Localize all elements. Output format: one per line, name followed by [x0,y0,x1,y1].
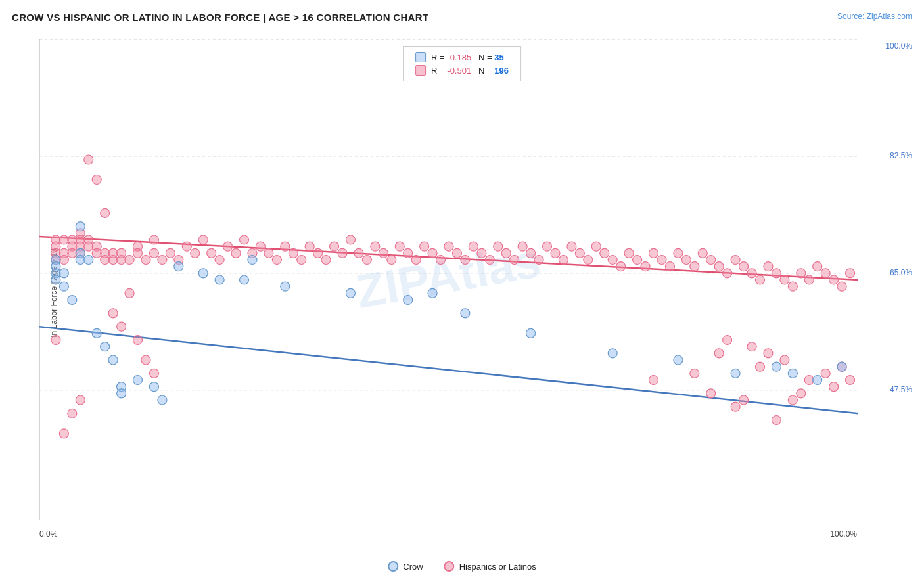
svg-point-152 [714,349,724,358]
svg-point-143 [821,369,830,378]
svg-point-43 [191,248,200,258]
svg-point-122 [837,282,846,291]
svg-point-185 [526,328,536,338]
svg-point-92 [591,242,601,251]
svg-point-90 [575,248,584,258]
svg-point-153 [747,342,756,351]
svg-point-151 [723,336,732,345]
svg-point-102 [674,248,683,258]
chart-container: CROW VS HISPANIC OR LATINO IN LABOR FORC… [0,0,924,586]
svg-point-60 [330,242,339,251]
svg-point-75 [452,248,461,258]
svg-point-61 [338,248,347,258]
svg-point-42 [182,242,191,251]
svg-point-69 [404,248,413,258]
svg-point-106 [706,256,716,265]
source-label: Source: ZipAtlas.com [837,12,912,21]
legend-pink-r: R = -0.501 N = 196 [431,66,509,76]
svg-point-137 [690,369,699,378]
svg-point-115 [780,275,789,284]
svg-point-57 [305,242,314,251]
svg-point-141 [797,389,806,398]
svg-point-107 [714,262,724,271]
svg-point-54 [281,242,290,251]
svg-point-161 [59,282,68,291]
svg-point-110 [739,262,749,271]
svg-point-182 [404,296,413,305]
svg-point-160 [59,269,68,278]
svg-point-104 [690,262,699,271]
svg-point-91 [584,256,593,265]
legend-row-blue: R = -0.185 N = 35 [415,52,509,62]
svg-point-162 [68,296,77,305]
svg-point-86 [543,242,552,251]
svg-point-79 [485,256,494,265]
svg-point-105 [698,248,707,258]
svg-point-116 [788,282,797,291]
svg-point-129 [125,288,134,298]
legend-swatch-pink [415,65,426,76]
svg-point-64 [362,256,371,265]
svg-point-82 [510,256,519,265]
svg-point-112 [755,275,764,284]
svg-point-117 [797,269,806,278]
svg-point-175 [174,262,183,271]
svg-point-88 [559,256,568,265]
svg-point-37 [149,235,158,244]
svg-point-138 [731,402,740,411]
svg-point-187 [674,355,683,365]
svg-point-98 [641,262,650,271]
svg-point-109 [731,256,740,265]
svg-point-83 [518,242,527,251]
svg-point-53 [272,256,281,265]
svg-point-68 [395,242,404,251]
svg-point-127 [108,309,118,318]
svg-point-108 [723,269,732,278]
svg-point-52 [264,248,273,258]
svg-point-184 [461,309,470,318]
svg-point-47 [223,242,233,251]
svg-point-70 [411,256,421,265]
svg-point-77 [469,242,478,251]
svg-point-76 [461,256,470,265]
legend-item-crow: Crow [388,561,423,572]
chart-svg: ZIPAtlas [39,39,858,520]
svg-point-121 [829,275,839,284]
legend-swatch-blue [415,52,426,62]
svg-point-95 [616,262,626,271]
svg-point-71 [420,242,429,251]
svg-point-46 [215,256,224,265]
svg-point-173 [149,382,158,392]
svg-point-111 [747,269,756,278]
svg-point-35 [133,248,143,258]
svg-point-181 [346,288,355,298]
y-tick-82: 82.5% [890,151,912,160]
svg-point-48 [231,248,241,258]
svg-point-150 [739,395,749,405]
svg-point-36 [141,256,150,265]
svg-point-74 [444,242,453,251]
svg-point-103 [681,256,691,265]
svg-point-49 [240,235,249,244]
svg-point-65 [371,242,380,251]
svg-point-191 [813,376,822,385]
svg-point-171 [117,389,126,398]
svg-point-63 [354,248,363,258]
x-tick-100: 100.0% [830,530,857,539]
svg-point-140 [788,395,797,405]
svg-point-99 [649,248,658,258]
svg-point-133 [59,429,68,438]
svg-point-135 [68,409,77,418]
svg-point-100 [657,256,666,265]
svg-point-118 [804,275,814,284]
svg-point-59 [321,256,331,265]
svg-point-84 [526,248,536,258]
x-tick-0: 0.0% [39,530,57,539]
svg-point-94 [608,256,617,265]
svg-point-58 [313,248,323,258]
svg-point-125 [92,175,101,185]
svg-point-114 [772,269,781,278]
y-tick-100: 100.0% [885,41,912,51]
svg-point-80 [494,242,503,251]
svg-point-113 [764,262,773,271]
